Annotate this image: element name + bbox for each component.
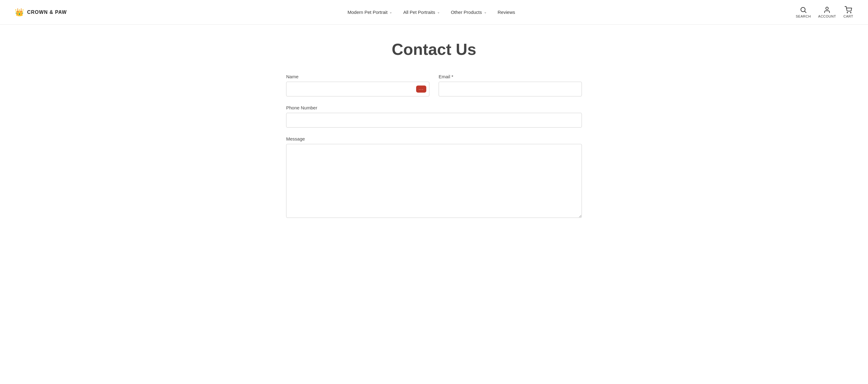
logo-text: CROWN & PAW <box>27 9 67 15</box>
account-icon <box>823 6 831 13</box>
email-label: Email * <box>439 74 582 79</box>
search-icon <box>800 6 807 13</box>
cart-icon <box>845 6 852 13</box>
header-actions: SEARCH ACCOUNT CART <box>796 6 853 18</box>
form-row-phone: Phone Number <box>286 105 582 127</box>
svg-point-0 <box>801 7 805 12</box>
name-input[interactable] <box>286 82 429 96</box>
search-button[interactable]: SEARCH <box>796 6 811 18</box>
cart-label: CART <box>843 14 853 18</box>
form-group-message: Message <box>286 136 582 218</box>
form-row-name-email: Name ··· Email * <box>286 74 582 96</box>
nav-label: Other Products <box>451 9 482 15</box>
form-group-name: Name ··· <box>286 74 429 96</box>
autofill-dots: ··· <box>418 87 424 91</box>
chevron-down-icon: ⌄ <box>437 10 440 14</box>
nav-label: All Pet Portraits <box>403 9 435 15</box>
contact-form: Name ··· Email * Phone Number <box>286 74 582 218</box>
svg-point-3 <box>847 12 848 13</box>
name-label: Name <box>286 74 429 79</box>
account-button[interactable]: ACCOUNT <box>818 6 836 18</box>
name-input-wrapper: ··· <box>286 82 429 96</box>
nav-modern-pet-portrait[interactable]: Modern Pet Portrait ⌄ <box>347 9 392 15</box>
form-group-email: Email * <box>439 74 582 96</box>
form-row-message: Message <box>286 136 582 218</box>
autofill-badge: ··· <box>416 86 426 93</box>
main-content: Contact Us Name ··· Email * Phone Numbe <box>280 25 588 251</box>
message-label: Message <box>286 136 582 142</box>
svg-point-2 <box>826 7 828 9</box>
phone-input[interactable] <box>286 113 582 127</box>
chevron-down-icon: ⌄ <box>484 10 487 14</box>
form-group-phone: Phone Number <box>286 105 582 127</box>
nav-other-products[interactable]: Other Products ⌄ <box>451 9 487 15</box>
page-title: Contact Us <box>286 40 582 59</box>
message-textarea[interactable] <box>286 144 582 218</box>
svg-line-1 <box>805 11 806 12</box>
logo-crown-icon: 👑 <box>15 8 24 17</box>
phone-label: Phone Number <box>286 105 582 110</box>
svg-point-4 <box>850 12 851 13</box>
email-input[interactable] <box>439 82 582 96</box>
nav-all-pet-portraits[interactable]: All Pet Portraits ⌄ <box>403 9 439 15</box>
site-header: 👑 CROWN & PAW Modern Pet Portrait ⌄ All … <box>0 0 868 25</box>
site-logo[interactable]: 👑 CROWN & PAW <box>15 8 67 17</box>
cart-button[interactable]: CART <box>843 6 853 18</box>
account-label: ACCOUNT <box>818 14 836 18</box>
nav-label: Reviews <box>498 9 515 15</box>
nav-reviews[interactable]: Reviews <box>498 9 515 15</box>
search-label: SEARCH <box>796 14 811 18</box>
chevron-down-icon: ⌄ <box>389 10 392 14</box>
nav-label: Modern Pet Portrait <box>347 9 388 15</box>
main-nav: Modern Pet Portrait ⌄ All Pet Portraits … <box>347 9 515 15</box>
